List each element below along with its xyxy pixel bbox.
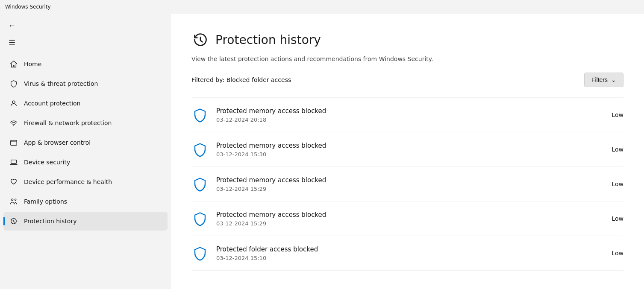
sidebar-item-account-label: Account protection	[24, 100, 81, 107]
shield-event-icon-2	[191, 141, 209, 158]
nav-menu: Home Virus & threat protection	[0, 55, 171, 231]
filter-bar: Filtered by: Blocked folder access Filte…	[191, 73, 623, 87]
history-item-1[interactable]: Protected memory access blocked 03-12-20…	[191, 97, 623, 132]
sidebar: ← ☰ Home	[0, 14, 171, 289]
svg-point-4	[12, 141, 12, 142]
page-title: Protection history	[215, 33, 321, 47]
sidebar-item-firewall-label: Firewall & network protection	[24, 120, 112, 126]
app-name: Windows Security	[5, 4, 51, 10]
history-item-2[interactable]: Protected memory access blocked 03-12-20…	[191, 132, 623, 167]
history-list: Protected memory access blocked 03-12-20…	[191, 97, 623, 271]
title-bar: Windows Security	[0, 0, 644, 14]
chevron-down-icon: ⌄	[611, 76, 616, 83]
severity-label-4: Low	[612, 215, 623, 222]
heart-icon	[9, 178, 18, 186]
sidebar-item-protection-history-label: Protection history	[24, 218, 76, 225]
sidebar-item-app-browser[interactable]: App & browser control	[3, 133, 168, 152]
sidebar-item-protection-history[interactable]: Protection history	[3, 212, 168, 231]
filter-label: Filtered by: Blocked folder access	[191, 76, 291, 83]
event-title-2: Protected memory access blocked	[216, 142, 326, 149]
hamburger-icon: ☰	[9, 38, 15, 47]
history-item-4[interactable]: Protected memory access blocked 03-12-20…	[191, 201, 623, 236]
svg-point-1	[13, 125, 14, 126]
laptop-icon	[9, 158, 18, 166]
event-time-5: 03-12-2024 15:10	[216, 255, 318, 261]
content-area: Protection history View the latest prote…	[171, 14, 644, 289]
event-title-1: Protected memory access blocked	[216, 107, 326, 115]
wifi-icon	[9, 119, 18, 127]
event-time-3: 03-12-2024 15:29	[216, 186, 326, 192]
history-item-info-4: Protected memory access blocked 03-12-20…	[216, 211, 326, 227]
sidebar-item-device-security-label: Device security	[24, 159, 70, 166]
history-item-left-4: Protected memory access blocked 03-12-20…	[191, 210, 326, 227]
sidebar-item-firewall[interactable]: Firewall & network protection	[3, 114, 168, 132]
sidebar-item-account[interactable]: Account protection	[3, 94, 168, 113]
shield-event-icon-1	[191, 106, 209, 123]
app-browser-icon	[9, 138, 18, 147]
page-header-icon	[191, 31, 209, 49]
back-arrow-icon: ←	[8, 21, 16, 30]
menu-button[interactable]: ☰	[3, 34, 21, 51]
shield-event-icon-5	[191, 245, 209, 262]
sidebar-top-controls: ← ☰	[0, 17, 171, 51]
sidebar-item-family[interactable]: Family options	[3, 192, 168, 211]
svg-point-7	[12, 199, 13, 201]
main-layout: ← ☰ Home	[0, 14, 644, 289]
page-subtitle: View the latest protection actions and r…	[191, 55, 623, 62]
shield-nav-icon	[9, 79, 18, 88]
history-item-info-5: Protected folder access blocked 03-12-20…	[216, 245, 318, 261]
event-title-4: Protected memory access blocked	[216, 211, 326, 219]
sidebar-item-virus-label: Virus & threat protection	[24, 80, 98, 87]
back-button[interactable]: ←	[3, 17, 21, 34]
svg-point-8	[15, 199, 16, 200]
history-item-5[interactable]: Protected folder access blocked 03-12-20…	[191, 236, 623, 271]
sidebar-item-device-security[interactable]: Device security	[3, 153, 168, 172]
shield-event-icon-3	[191, 175, 209, 193]
shield-event-icon-4	[191, 210, 209, 227]
account-icon	[9, 99, 18, 108]
sidebar-item-device-health-label: Device performance & health	[24, 178, 112, 185]
history-item-left-3: Protected memory access blocked 03-12-20…	[191, 175, 326, 193]
sidebar-item-home-label: Home	[24, 61, 41, 67]
history-item-left-5: Protected folder access blocked 03-12-20…	[191, 245, 318, 262]
history-item-info-3: Protected memory access blocked 03-12-20…	[216, 176, 326, 192]
sidebar-item-virus[interactable]: Virus & threat protection	[3, 74, 168, 93]
history-icon	[9, 217, 18, 225]
history-item-left-1: Protected memory access blocked 03-12-20…	[191, 106, 326, 123]
severity-label-2: Low	[612, 146, 623, 153]
sidebar-item-home[interactable]: Home	[3, 55, 168, 73]
page-header: Protection history	[191, 31, 623, 49]
severity-label-1: Low	[612, 111, 623, 118]
event-time-1: 03-12-2024 20:18	[216, 117, 326, 123]
severity-label-3: Low	[612, 181, 623, 187]
svg-point-0	[12, 101, 15, 103]
filters-button-label: Filters	[591, 76, 608, 83]
history-item-info-1: Protected memory access blocked 03-12-20…	[216, 107, 326, 123]
severity-label-5: Low	[612, 250, 623, 257]
history-item-left-2: Protected memory access blocked 03-12-20…	[191, 141, 326, 158]
sidebar-item-family-label: Family options	[24, 198, 67, 205]
event-title-3: Protected memory access blocked	[216, 176, 326, 184]
sidebar-item-app-browser-label: App & browser control	[24, 139, 91, 146]
home-icon	[9, 60, 18, 68]
history-item-3[interactable]: Protected memory access blocked 03-12-20…	[191, 167, 623, 201]
sidebar-item-device-health[interactable]: Device performance & health	[3, 172, 168, 191]
event-time-4: 03-12-2024 15:29	[216, 220, 326, 227]
history-item-info-2: Protected memory access blocked 03-12-20…	[216, 142, 326, 158]
event-time-2: 03-12-2024 15:30	[216, 151, 326, 158]
svg-point-5	[13, 141, 14, 142]
svg-rect-6	[11, 160, 17, 163]
family-icon	[9, 197, 18, 206]
event-title-5: Protected folder access blocked	[216, 245, 318, 253]
filters-button[interactable]: Filters ⌄	[584, 73, 623, 87]
